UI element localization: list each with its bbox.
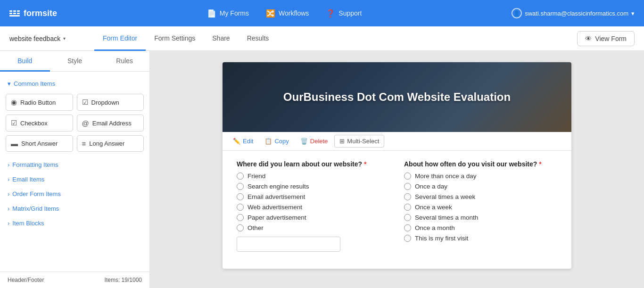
secondary-navigation: website feedback ▾ Form Editor Form Sett… [0, 26, 644, 51]
tab-rules[interactable]: Rules [99, 51, 149, 72]
multi-select-button[interactable]: ⊞ Multi-Select [334, 135, 384, 148]
list-item: More than once a day [404, 173, 557, 180]
nav-support[interactable]: ❓ Support [326, 9, 362, 18]
form-title-dropdown[interactable]: website feedback ▾ [9, 35, 85, 42]
logo[interactable]: formsite [9, 8, 57, 18]
list-item: Search engine results [237, 183, 390, 190]
radio-circle-icon [404, 214, 411, 221]
section-matrix-grid-items[interactable]: › Matrix/Grid Items [0, 201, 149, 216]
top-nav-links: 📄 My Forms 🔀 Workflows ❓ Support [71, 9, 497, 18]
list-item: Email advertisement [237, 193, 390, 200]
nav-my-forms[interactable]: 📄 My Forms [207, 9, 249, 18]
workflow-icon: 🔀 [266, 9, 275, 18]
eye-icon: 👁 [585, 35, 592, 42]
radio-icon: ◉ [11, 98, 17, 107]
list-item: Once a week [404, 204, 557, 211]
list-item: Other [237, 224, 390, 231]
radio-circle-icon [404, 235, 411, 242]
right-question-text: About how often do you visit our website… [404, 160, 557, 168]
user-avatar-icon: 👤 [512, 8, 522, 18]
item-email-address[interactable]: @ Email Address [77, 115, 144, 132]
chevron-right-icon: › [8, 190, 9, 197]
chevron-down-icon: ▾ [631, 10, 635, 17]
radio-circle-icon [237, 183, 244, 190]
radio-circle-icon [404, 224, 411, 231]
item-radio-button[interactable]: ◉ Radio Button [6, 94, 73, 111]
other-text-input[interactable] [237, 237, 340, 252]
view-form-button[interactable]: 👁 View Form [577, 31, 635, 46]
form-toolbar: ✏️ Edit 📋 Copy 🗑️ Delete ⊞ Multi-Select [223, 132, 571, 151]
main-area: Build Style Rules ▾ Common Items ◉ Radio… [0, 51, 644, 288]
secondary-tabs: Form Editor Form Settings Share Results [94, 26, 277, 50]
radio-circle-icon [237, 214, 244, 221]
radio-circle-icon [404, 173, 411, 180]
delete-button[interactable]: 🗑️ Delete [296, 135, 333, 147]
copy-button[interactable]: 📋 Copy [260, 135, 293, 147]
build-tabs: Build Style Rules [0, 51, 149, 72]
tab-share[interactable]: Share [204, 27, 238, 51]
panel-footer: Header/Footer Items: 19/1000 [0, 272, 149, 288]
radio-circle-icon [404, 183, 411, 190]
tab-form-settings[interactable]: Form Settings [146, 27, 204, 51]
common-items-label: Common Items [14, 80, 55, 87]
form-title: website feedback [9, 35, 60, 42]
panel-content: ▾ Common Items ◉ Radio Button ☑ Dropdown… [0, 72, 149, 272]
section-email-items[interactable]: › Email Items [0, 172, 149, 187]
copy-icon: 📋 [264, 138, 272, 145]
tab-style[interactable]: Style [50, 51, 100, 72]
list-item: Friend [237, 173, 390, 180]
dropdown-icon: ☑ [82, 98, 88, 107]
tab-results[interactable]: Results [239, 27, 278, 51]
user-email: swati.sharma@classicinformatics.com [525, 10, 628, 17]
form-hero[interactable]: OurBusiness Dot Com Website Evaluation [223, 62, 571, 132]
left-question-col: Where did you learn about our website? *… [237, 160, 390, 252]
list-item: Paper advertisement [237, 214, 390, 221]
user-menu[interactable]: 👤 swati.sharma@classicinformatics.com ▾ [512, 8, 635, 18]
short-answer-icon: ▬ [11, 140, 18, 148]
list-item: Web advertisement [237, 204, 390, 211]
item-dropdown[interactable]: ☑ Dropdown [77, 94, 144, 111]
tab-build[interactable]: Build [0, 51, 50, 72]
common-items-header[interactable]: ▾ Common Items [0, 77, 149, 90]
chevron-right-icon: › [8, 205, 9, 212]
section-order-form-items[interactable]: › Order Form Items [0, 187, 149, 201]
radio-circle-icon [237, 193, 244, 200]
list-item: Several times a week [404, 193, 557, 200]
radio-circle-icon [237, 173, 244, 180]
list-item: Several times a month [404, 214, 557, 221]
logo-icon [9, 10, 20, 16]
items-grid: ◉ Radio Button ☑ Dropdown ☑ Checkbox @ E… [0, 90, 149, 157]
multiselect-icon: ⊞ [339, 138, 345, 145]
right-content: OurBusiness Dot Com Website Evaluation ✏… [150, 51, 644, 288]
edit-button[interactable]: ✏️ Edit [228, 135, 258, 147]
long-answer-icon: ≡ [82, 140, 86, 148]
item-long-answer[interactable]: ≡ Long Answer [77, 135, 144, 152]
form-hero-title: OurBusiness Dot Com Website Evaluation [283, 91, 511, 104]
form-row-1: Where did you learn about our website? *… [237, 160, 557, 252]
tab-form-editor[interactable]: Form Editor [94, 27, 146, 51]
form-body: Where did you learn about our website? *… [223, 151, 571, 269]
top-navigation: formsite 📄 My Forms 🔀 Workflows ❓ Suppor… [0, 0, 644, 26]
email-icon: @ [82, 119, 89, 127]
file-icon: 📄 [207, 9, 216, 18]
radio-circle-icon [237, 224, 244, 231]
left-panel: Build Style Rules ▾ Common Items ◉ Radio… [0, 51, 150, 288]
radio-circle-icon [404, 193, 411, 200]
section-item-blocks[interactable]: › Item Blocks [0, 216, 149, 230]
required-star: * [539, 160, 541, 168]
footer-items-count: Items: 19/1000 [105, 277, 142, 283]
nav-workflows[interactable]: 🔀 Workflows [266, 9, 309, 18]
right-question-col: About how often do you visit our website… [404, 160, 557, 252]
chevron-down-icon: ▾ [8, 80, 11, 87]
item-short-answer[interactable]: ▬ Short Answer [6, 135, 73, 152]
list-item: Once a day [404, 183, 557, 190]
checkbox-icon: ☑ [11, 119, 17, 127]
list-item: This is my first visit [404, 235, 557, 242]
radio-circle-icon [237, 204, 244, 211]
question-icon: ❓ [326, 9, 335, 18]
trash-icon: 🗑️ [300, 138, 308, 145]
section-formatting-items[interactable]: › Formatting Items [0, 157, 149, 172]
form-title-chevron-icon: ▾ [63, 36, 66, 41]
pencil-icon: ✏️ [233, 138, 240, 145]
item-checkbox[interactable]: ☑ Checkbox [6, 115, 73, 132]
